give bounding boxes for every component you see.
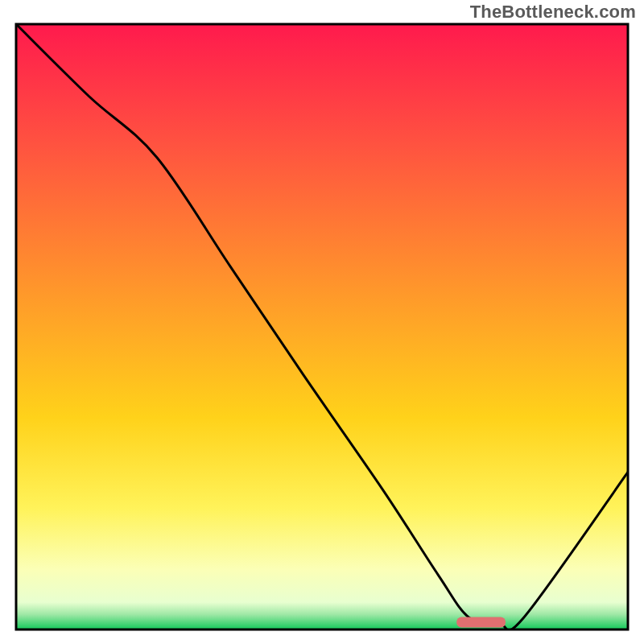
- heat-gradient-background: [16, 24, 628, 630]
- optimal-range-marker: [456, 617, 506, 627]
- chart-stage: TheBottleneck.com: [0, 0, 644, 644]
- bottleneck-chart: [0, 0, 644, 644]
- watermark-text: TheBottleneck.com: [470, 2, 636, 23]
